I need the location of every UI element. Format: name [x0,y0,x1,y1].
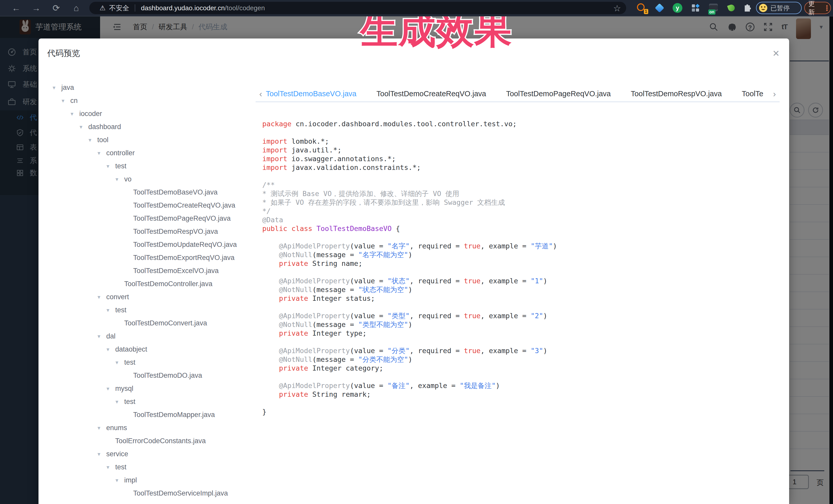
tree-node-label: ToolErrorCodeConstants.java [115,437,206,445]
caret-down-icon[interactable]: ▾ [116,477,124,484]
code-line: private String name; [262,259,776,268]
code-line: */ [262,207,776,216]
tree-node-label: service [106,450,128,458]
tree-node[interactable]: ▾java [39,81,255,94]
paused-label: 已暂停 [770,4,790,12]
caret-down-icon[interactable]: ▾ [116,399,124,405]
extensions-puzzle-icon[interactable] [741,2,753,14]
tree-node[interactable]: ▾controller [39,146,255,160]
update-label: 更新 [808,0,821,17]
browser-reload-icon[interactable]: ⟳ [50,2,62,14]
code-preview-dialog: 代码预览 ✕ ▾java▾cn▾iocoder▾dashboard▾tool▾c… [39,39,789,504]
extension-gem-icon[interactable] [654,2,665,14]
tree-node[interactable]: ▾dashboard [39,120,255,134]
tree-node[interactable]: ToolTestDemoMapper.java [39,408,255,422]
window-scrollbar[interactable] [829,16,833,504]
code-line: @ApiModelProperty(value = "备注", example … [262,381,776,390]
tree-node[interactable]: ▾dataobject [39,343,255,356]
code-line [262,373,776,381]
tree-node-label: ToolTestDemoServiceImpl.java [133,489,228,497]
tree-node[interactable]: ToolTestDemoExportReqVO.java [39,251,255,264]
browser-back-icon[interactable]: ← [10,2,22,14]
tree-node[interactable]: ToolTestDemoCreateReqVO.java [39,199,255,212]
tab-file-0[interactable]: ToolTestDemoBaseVO.java [266,86,356,101]
tree-node[interactable]: ToolTestDemoController.java [39,278,255,290]
caret-down-icon[interactable]: ▾ [116,176,124,183]
caret-down-icon[interactable]: ▾ [106,464,115,471]
caret-down-icon[interactable]: ▾ [97,333,106,340]
tabs-scroll-left-icon[interactable]: ‹ [256,89,266,99]
tab-file-4[interactable]: ToolTe [742,86,763,101]
tree-node[interactable]: ▾cn [39,94,255,107]
caret-down-icon[interactable]: ▾ [97,425,106,431]
extension-green-y-icon[interactable]: y [672,2,683,14]
tree-node[interactable]: ▾test [39,461,255,474]
tab-file-2[interactable]: ToolTestDemoPageReqVO.java [506,86,611,101]
caret-down-icon[interactable]: ▾ [106,163,115,170]
extension-badge: 1 [644,9,648,14]
address-bar[interactable]: ⚠ 不安全 dashboard.yudao.iocoder.cn /tool/c… [89,2,626,14]
tree-node[interactable]: ▾convert [39,290,255,304]
browser-update-button[interactable]: 更新 ⋮ [804,2,831,14]
caret-down-icon[interactable]: ▾ [71,111,79,117]
browser-forward-icon[interactable]: → [30,2,42,14]
tree-node[interactable]: ToolTestDemoBaseVO.java [39,186,255,199]
extension-orange-ring-icon[interactable]: 1 [636,2,647,14]
tab-file-1[interactable]: ToolTestDemoCreateReqVO.java [377,86,486,101]
tree-node[interactable]: ▾service [39,448,255,461]
emoji-face-icon [759,3,768,13]
tree-node[interactable]: ▾test [39,356,255,369]
caret-down-icon[interactable]: ▾ [106,346,115,353]
bookmark-star-icon[interactable]: ☆ [613,3,621,13]
caret-down-icon[interactable]: ▾ [62,97,70,104]
caret-down-icon[interactable]: ▾ [97,294,106,301]
code-line: @ApiModelProperty(value = "状态", required… [262,277,776,285]
caret-down-icon[interactable]: ▾ [106,307,115,314]
caret-down-icon[interactable]: ▾ [89,137,97,143]
browser-home-icon[interactable]: ⌂ [70,2,82,14]
tree-node[interactable]: ToolTestDemoDO.java [39,369,255,382]
caret-down-icon[interactable]: ▾ [53,85,61,91]
caret-down-icon[interactable]: ▾ [97,150,106,157]
tree-node[interactable]: ▾test [39,395,255,408]
browser-menu-dots-icon[interactable]: ⋮ [823,4,830,12]
tab-list: ToolTestDemoBaseVO.java ToolTestDemoCrea… [266,86,769,101]
tree-node[interactable]: ▾impl [39,474,255,487]
extension-leaf-icon[interactable] [726,2,737,14]
tree-node-label: enums [106,424,127,432]
tree-node[interactable]: ▾dal [39,330,255,343]
tree-node[interactable]: ▾vo [39,173,255,186]
tree-node[interactable]: ToolTestDemoUpdateReqVO.java [39,238,255,251]
code-line: private Integer type; [262,329,776,338]
file-tab-bar: ‹ ToolTestDemoBaseVO.java ToolTestDemoCr… [256,86,780,102]
tree-node-label: dataobject [115,345,147,353]
tree-node[interactable]: ToolTestDemoPageReqVO.java [39,212,255,225]
tree-node[interactable]: ToolErrorCodeConstants.java [39,434,255,448]
tabs-scroll-right-icon[interactable]: › [769,89,780,99]
security-warning-icon[interactable]: ⚠ [100,4,105,12]
tree-node[interactable]: ▾tool [39,134,255,146]
extension-blocks-icon[interactable] [690,2,701,14]
extension-on-switch-icon[interactable]: on [708,2,719,14]
tree-node[interactable]: ToolTestDemoConvert.java [39,317,255,330]
caret-down-icon[interactable]: ▾ [116,359,124,366]
security-label[interactable]: 不安全 [109,4,129,13]
tree-node[interactable]: ▾test [39,304,255,317]
caret-down-icon[interactable]: ▾ [97,451,106,458]
tree-node[interactable]: ToolTestDemoRespVO.java [39,225,255,238]
paused-extension-pill[interactable]: 已暂停 [756,2,802,14]
tree-node-label: controller [106,149,135,157]
tree-node[interactable]: ▾mysql [39,382,255,395]
tree-node-label: dal [106,332,116,340]
caret-down-icon[interactable]: ▾ [106,385,115,392]
code-line [262,128,776,137]
tab-file-3[interactable]: ToolTestDemoRespVO.java [631,86,722,101]
tree-node[interactable]: ▾iocoder [39,107,255,120]
leaf-icon [727,4,736,12]
close-icon[interactable]: ✕ [770,48,782,59]
tree-node[interactable]: ToolTestDemoServiceImpl.java [39,487,255,500]
tree-node[interactable]: ▾enums [39,422,255,434]
tree-node[interactable]: ToolTestDemoExcelVO.java [39,264,255,278]
tree-node[interactable]: ▾test [39,160,255,173]
caret-down-icon[interactable]: ▾ [79,124,88,130]
